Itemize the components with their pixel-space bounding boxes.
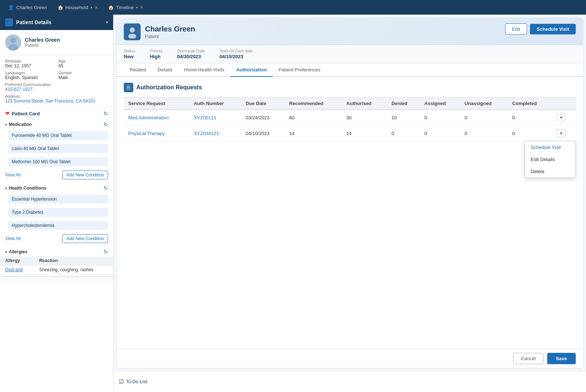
languages-value: English, Spanish — [5, 75, 55, 80]
subsection-title: ▾ Allergies — [5, 249, 27, 254]
tab-related[interactable]: Related — [124, 63, 152, 77]
avatar — [5, 34, 21, 51]
view-all-medication-link[interactable]: View All — [5, 172, 21, 178]
patient-card-header[interactable]: ❤ Patient Card ↻ — [0, 108, 113, 119]
phone-link[interactable]: 415-627-1827 — [5, 87, 33, 92]
schedule-visit-button[interactable]: Schedule Visit — [530, 24, 576, 34]
medication-item-2: Metformin 100 MG Oral Tablet — [0, 155, 113, 168]
assigned-cell: 0 — [420, 126, 460, 141]
content-patient-role: Patient — [145, 34, 195, 39]
startcare-label: Start-Of-Care date — [219, 49, 252, 53]
close-icon[interactable]: ✕ — [94, 5, 98, 10]
tab-patient-preferences[interactable]: Patient Preferences — [273, 63, 326, 77]
service-request-link[interactable]: Med Administration — [128, 115, 169, 120]
health-conditions-view-add-row: View All Add New Condition — [0, 232, 113, 247]
auth-number-cell: XYZ00111 — [189, 109, 241, 126]
row-actions-cell: ▾ Schedule Visit Edit Details Delete — [552, 126, 576, 141]
sidebar-bottom — [0, 276, 113, 284]
age-value: 65 — [59, 63, 108, 68]
patient-card-section: ❤ Patient Card ↻ ▾ Medication ↻ Furosemi… — [0, 108, 113, 276]
dropdown-item-delete[interactable]: Delete — [525, 165, 575, 178]
heart-icon: ❤ — [5, 111, 10, 116]
tab-home-health-visits[interactable]: Home Health Visits — [178, 63, 230, 77]
health-condition-pill: Type 2 Diabetes — [8, 208, 108, 217]
close-icon[interactable]: ✕ — [140, 5, 143, 10]
content-bottom-bar: Cancel Save — [116, 349, 583, 368]
allergy-reaction: Sneezing, coughing, rashes — [34, 265, 113, 275]
priority-item: Priority High — [150, 49, 162, 59]
add-health-condition-button[interactable]: Add New Condition — [62, 234, 108, 243]
dropdown-item-edit-details[interactable]: Edit Details — [525, 153, 575, 165]
cancel-button[interactable]: Cancel — [513, 353, 543, 364]
svg-point-1 — [10, 37, 16, 43]
refresh-icon[interactable]: ↻ — [104, 122, 108, 127]
nav-tab-household[interactable]: 🏠 Household ▾ ✕ — [53, 3, 102, 12]
completed-cell: 0 — [508, 109, 552, 126]
col-service-request: Service Request — [124, 98, 189, 110]
patient-role: Patient — [25, 43, 60, 48]
col-actions — [552, 98, 576, 110]
age-label: Age — [59, 59, 108, 63]
svg-point-4 — [128, 34, 136, 38]
age-section: Age 65 — [59, 59, 108, 68]
allergy-name[interactable]: Dust and — [0, 265, 34, 275]
todo-section[interactable]: ☑ To Do List — [119, 378, 147, 385]
auth-number-link[interactable]: XYZ034121 — [194, 131, 219, 136]
health-conditions-header: ▾ Health Conditions ↻ — [0, 183, 113, 193]
medication-pill: Metformin 100 MG Oral Tablet — [8, 157, 108, 166]
col-due-date: Due Date — [241, 98, 285, 110]
tab-details[interactable]: Details — [152, 63, 178, 77]
auth-number-cell: XYZ034121 — [189, 126, 241, 141]
denied-cell: 10 — [387, 109, 420, 126]
reaction-col-header: Reaction — [34, 256, 113, 265]
service-request-link[interactable]: Physical Therapy — [128, 131, 164, 136]
refresh-icon[interactable]: ↻ — [104, 185, 108, 191]
col-denied: Denied — [387, 98, 420, 110]
allergies-table: Allergy Reaction Dust and Sneezing, coug… — [0, 256, 113, 275]
row-dropdown-button[interactable]: ▾ — [557, 113, 565, 122]
auth-number-link[interactable]: XYZ00111 — [194, 115, 216, 120]
discharge-value: 04/30/2023 — [177, 54, 205, 59]
tab-authorization[interactable]: Authorization — [230, 63, 273, 77]
add-medication-button[interactable]: Add New Condition — [62, 171, 108, 179]
unassigned-cell: 0 — [460, 126, 508, 141]
startcare-value: 04/10/2023 — [219, 54, 252, 59]
view-all-conditions-link[interactable]: View All — [5, 236, 21, 241]
col-authorised: Authorised — [342, 98, 387, 110]
priority-label: Priority — [150, 49, 162, 53]
content-tabs: Related Details Home Health Visits Autho… — [116, 63, 583, 77]
content-header-buttons: Edit Schedule Visit — [505, 23, 576, 35]
unassigned-cell: 0 — [460, 109, 508, 126]
chevron-down-icon: ▾ — [90, 5, 92, 10]
sidebar-header-title: Patient Details — [16, 19, 51, 25]
save-button[interactable]: Save — [547, 353, 576, 364]
row-dropdown-button[interactable]: ▾ — [557, 129, 565, 137]
content-panel: Charles Green Patient Edit Schedule Visi… — [116, 18, 583, 368]
edit-button[interactable]: Edit — [505, 23, 527, 35]
allergy-link[interactable]: Dust and — [5, 267, 23, 272]
health-conditions-title: Health Conditions — [9, 186, 47, 191]
table-row: Physical Therapy XYZ034121 04/10/2023 14… — [124, 126, 576, 141]
main-layout: 👤 Patient Details ▾ Charles Green Patien… — [0, 15, 586, 392]
refresh-icon[interactable]: ↻ — [104, 111, 108, 116]
section-header-left: ❤ Patient Card — [5, 111, 40, 116]
nav-tab-timeline[interactable]: 🏠 Timeline ▾ ✕ — [104, 3, 148, 12]
table-row: Med Administration XYZ00111 03/24/2023 4… — [124, 109, 576, 126]
medication-title: Medication — [9, 122, 32, 127]
nav-tab-charles-green[interactable]: 👤 Charles Green — [4, 3, 52, 12]
birthdate-label: Birthdate — [5, 59, 55, 63]
refresh-icon[interactable]: ↻ — [104, 249, 108, 255]
chevron-down-icon: ▾ — [5, 186, 7, 190]
address-link[interactable]: 123 Sonoma Street, San Francisco, CA 941… — [5, 98, 95, 104]
service-request-cell: Physical Therapy — [124, 126, 189, 141]
chevron-down-icon[interactable]: ▾ — [106, 20, 108, 25]
col-recommended: Recommended — [285, 98, 342, 110]
dropdown-item-schedule-visit[interactable]: Schedule Visit — [525, 141, 575, 153]
nav-tab-label: Charles Green — [16, 5, 47, 10]
col-assigned: Assigned — [420, 98, 460, 110]
allergy-row: Dust and Sneezing, coughing, rashes — [0, 265, 113, 275]
medication-header: ▾ Medication ↻ — [0, 119, 113, 129]
health-condition-pill: Essential Hypertension — [8, 195, 108, 204]
sidebar-header: 👤 Patient Details ▾ — [0, 15, 113, 30]
address-label: Address — [5, 94, 108, 98]
